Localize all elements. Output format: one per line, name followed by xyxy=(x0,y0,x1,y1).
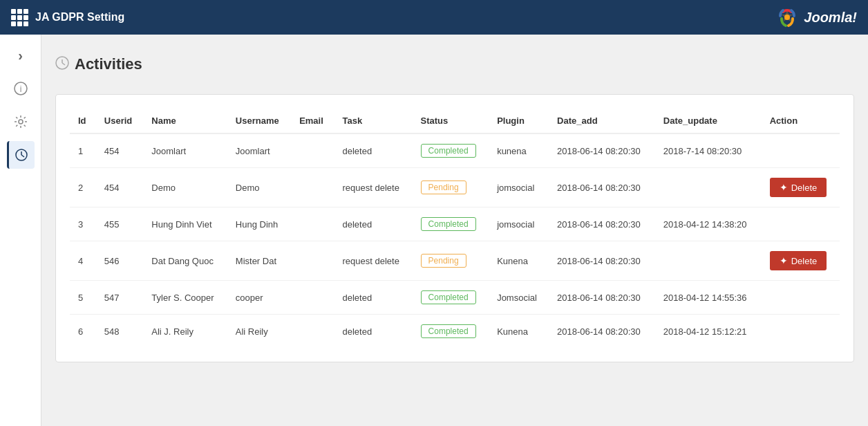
table-header-row: Id Userid Name Username Email Task Statu… xyxy=(70,109,840,133)
activities-table-card: Id Userid Name Username Email Task Statu… xyxy=(55,94,854,362)
cell-action: ✦Delete xyxy=(762,241,840,281)
cell-action xyxy=(762,207,840,241)
delete-icon: ✦ xyxy=(780,255,788,266)
svg-text:i: i xyxy=(19,84,21,94)
cell-userid: 547 xyxy=(96,281,144,315)
app-title: JA GDPR Setting xyxy=(35,11,124,24)
status-badge: Completed xyxy=(421,217,476,231)
cell-date-add: 2018-06-14 08:20:30 xyxy=(549,281,655,315)
delete-button[interactable]: ✦Delete xyxy=(770,251,827,270)
col-plugin: Plugin xyxy=(489,109,549,133)
cell-username: Demo xyxy=(227,168,291,207)
cell-username: Hung Dinh xyxy=(227,207,291,241)
cell-email xyxy=(291,241,334,281)
cell-userid: 454 xyxy=(96,168,144,207)
navbar-brand: JA GDPR Setting xyxy=(11,9,124,26)
sidebar: › i xyxy=(0,35,41,426)
cell-task: deleted xyxy=(334,207,412,241)
cell-email xyxy=(291,133,334,168)
cell-email xyxy=(291,281,334,315)
cell-date-update: 2018-04-12 15:12:21 xyxy=(655,315,762,349)
cell-email xyxy=(291,168,334,207)
cell-date-update: 2018-04-12 14:55:36 xyxy=(655,281,762,315)
cell-username: Joomlart xyxy=(227,133,291,168)
table-row: 6 548 Ali J. Reily Ali Reily deleted Com… xyxy=(70,315,840,349)
cell-plugin: Kunena xyxy=(489,315,549,349)
navbar: JA GDPR Setting Joomla! xyxy=(0,0,868,35)
delete-button[interactable]: ✦Delete xyxy=(770,178,827,197)
col-status: Status xyxy=(413,109,489,133)
cell-task: deleted xyxy=(334,315,412,349)
cell-name: Ali J. Reily xyxy=(143,315,227,349)
cell-id: 2 xyxy=(70,168,96,207)
sidebar-item-settings[interactable] xyxy=(7,108,35,136)
cell-username: Ali Reily xyxy=(227,315,291,349)
table-row: 2 454 Demo Demo request delete Pending j… xyxy=(70,168,840,207)
sidebar-item-activities[interactable] xyxy=(7,141,35,169)
sidebar-item-expand[interactable]: › xyxy=(7,41,35,69)
gear-icon xyxy=(14,115,28,129)
sidebar-item-info[interactable]: i xyxy=(7,75,35,102)
cell-status: Completed xyxy=(413,281,489,315)
cell-name: Demo xyxy=(143,168,227,207)
cell-action xyxy=(762,315,840,349)
cell-plugin: Jomsocial xyxy=(489,281,549,315)
cell-action: ✦Delete xyxy=(762,168,840,207)
table-row: 5 547 Tyler S. Cooper cooper deleted Com… xyxy=(70,281,840,315)
cell-id: 1 xyxy=(70,133,96,168)
cell-username: Mister Dat xyxy=(227,241,291,281)
cell-id: 6 xyxy=(70,315,96,349)
cell-date-add: 2018-06-14 08:20:30 xyxy=(549,241,655,281)
joomla-text: Joomla! xyxy=(804,10,857,26)
cell-task: request delete xyxy=(334,168,412,207)
cell-date-add: 2018-06-14 08:20:30 xyxy=(549,168,655,207)
cell-task: deleted xyxy=(334,281,412,315)
cell-status: Completed xyxy=(413,207,489,241)
cell-action xyxy=(762,281,840,315)
cell-task: request delete xyxy=(334,241,412,281)
grid-icon xyxy=(11,9,28,26)
cell-status: Completed xyxy=(413,133,489,168)
cell-email xyxy=(291,207,334,241)
table-row: 4 546 Dat Dang Quoc Mister Dat request d… xyxy=(70,241,840,281)
cell-userid: 548 xyxy=(96,315,144,349)
col-username: Username xyxy=(227,109,291,133)
cell-plugin: Kunena xyxy=(489,241,549,281)
joomla-logo: Joomla! xyxy=(775,5,857,30)
cell-userid: 455 xyxy=(96,207,144,241)
cell-id: 4 xyxy=(70,241,96,281)
clock-icon xyxy=(15,148,28,162)
page-header: Activities xyxy=(55,48,854,80)
table-row: 3 455 Hung Dinh Viet Hung Dinh deleted C… xyxy=(70,207,840,241)
cell-status: Pending xyxy=(413,241,489,281)
status-badge: Completed xyxy=(421,144,476,158)
activities-header-icon xyxy=(55,56,69,73)
page-title: Activities xyxy=(75,55,142,73)
svg-point-2 xyxy=(785,15,789,19)
cell-date-update: 2018-7-14 08:20:30 xyxy=(655,133,762,168)
status-badge: Pending xyxy=(421,180,466,194)
cell-userid: 454 xyxy=(96,133,144,168)
cell-name: Hung Dinh Viet xyxy=(143,207,227,241)
cell-status: Pending xyxy=(413,168,489,207)
cell-username: cooper xyxy=(227,281,291,315)
col-date-update: Date_update xyxy=(655,109,762,133)
col-email: Email xyxy=(291,109,334,133)
svg-line-11 xyxy=(62,63,65,65)
cell-task: deleted xyxy=(334,133,412,168)
cell-date-add: 2018-06-14 08:20:30 xyxy=(549,133,655,168)
cell-plugin: jomsocial xyxy=(489,207,549,241)
cell-date-add: 2018-06-14 08:20:30 xyxy=(549,315,655,349)
svg-line-8 xyxy=(21,155,24,157)
activities-table: Id Userid Name Username Email Task Statu… xyxy=(70,109,840,348)
status-badge: Pending xyxy=(421,254,466,268)
cell-name: Dat Dang Quoc xyxy=(143,241,227,281)
status-badge: Completed xyxy=(421,324,476,338)
cell-date-update xyxy=(655,168,762,207)
cell-date-update: 2018-04-12 14:38:20 xyxy=(655,207,762,241)
svg-point-5 xyxy=(19,120,23,124)
col-id: Id xyxy=(70,109,96,133)
cell-name: Joomlart xyxy=(143,133,227,168)
cell-userid: 546 xyxy=(96,241,144,281)
joomla-icon xyxy=(775,5,800,30)
